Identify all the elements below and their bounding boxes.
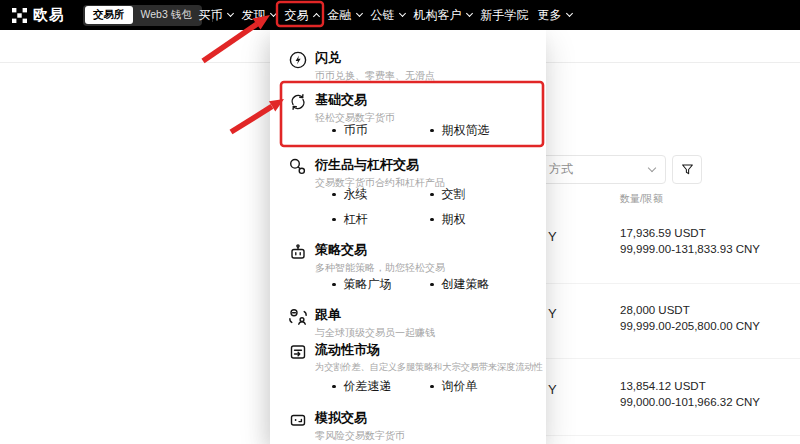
menu-item-futures[interactable]: 交割 xyxy=(430,186,466,203)
bullet-dot xyxy=(332,385,336,389)
column-header-amount-limit: 数量/限额 xyxy=(620,192,663,206)
menu-subtitle: 零风险交易数字货币 xyxy=(315,429,405,443)
menu-subtitle: 与全球顶级交易员一起赚钱 xyxy=(315,326,435,340)
row-currency-suffix: Y xyxy=(548,229,557,244)
nav-more[interactable]: 更多 xyxy=(533,0,576,30)
row-amount: 13,854.12 USDT xyxy=(620,380,706,392)
chevron-down-icon xyxy=(226,10,233,17)
bullet-dot xyxy=(430,129,434,133)
flash-swap-icon xyxy=(288,50,308,70)
menu-title: 基础交易 xyxy=(315,92,395,107)
liquidity-icon xyxy=(288,342,308,362)
menu-section-liquidity-market[interactable]: 流动性市场 为交割价差、自定义多腿策略和大宗交易带来深度流动性 xyxy=(288,342,542,374)
menu-item-margin[interactable]: 杠杆 xyxy=(332,211,368,228)
nav-institutional[interactable]: 机构客户 xyxy=(409,0,476,30)
menu-subtitle: 多种智能策略，助您轻松交易 xyxy=(315,261,445,275)
row-currency-suffix: Y xyxy=(548,382,557,397)
menu-section-copy-trading[interactable]: 跟单 与全球顶级交易员一起赚钱 xyxy=(288,307,435,340)
filter-button[interactable] xyxy=(672,155,702,184)
bullet-dot xyxy=(430,193,434,197)
bullet-dot xyxy=(430,385,434,389)
menu-title: 闪兑 xyxy=(315,50,435,65)
bullet-dot xyxy=(332,193,336,197)
payment-method-select[interactable]: 方式 xyxy=(536,155,666,184)
menu-item-spot[interactable]: 币币 xyxy=(332,122,368,139)
okx-screenshot: 欧易 交易所 Web3 钱包 买币 发现 交易 金融 公链 机构客户 新手学院 … xyxy=(0,0,800,444)
select-value: 方式 xyxy=(549,161,649,178)
menu-links-row: 永续 交割 xyxy=(270,186,546,200)
menu-item-easy-options[interactable]: 期权简选 xyxy=(430,122,490,139)
menu-section-flash-swap[interactable]: 闪兑 币币兑换、零费率、无滑点 xyxy=(288,50,435,83)
row-divider xyxy=(546,358,800,359)
bullet-dot xyxy=(332,218,336,222)
basic-trade-icon xyxy=(288,92,308,112)
menu-links-row: 策略广场 创建策略 xyxy=(270,276,546,290)
menu-title: 衍生品与杠杆交易 xyxy=(315,157,445,172)
nav-trade[interactable]: 交易 xyxy=(280,0,323,30)
menu-links-row: 杠杆 期权 xyxy=(270,211,546,225)
row-limit: 99,000.00-101,966.32 CNY xyxy=(620,396,760,408)
menu-title: 跟单 xyxy=(315,307,435,322)
derivatives-icon xyxy=(288,157,308,177)
copy-trading-icon xyxy=(288,307,308,327)
nav-buy-crypto[interactable]: 买币 xyxy=(194,0,237,30)
row-amount: 28,000 USDT xyxy=(620,304,690,316)
menu-title: 流动性市场 xyxy=(315,342,542,357)
row-divider xyxy=(546,283,800,284)
menu-item-spread-express[interactable]: 价差速递 xyxy=(332,378,392,395)
bullet-dot xyxy=(430,283,434,287)
chevron-down-icon xyxy=(648,164,656,172)
menu-links-row: 价差速递 询价单 xyxy=(270,378,546,392)
menu-item-perpetual[interactable]: 永续 xyxy=(332,186,368,203)
menu-item-options[interactable]: 期权 xyxy=(430,211,466,228)
toggle-web3-wallet[interactable]: Web3 钱包 xyxy=(133,6,200,24)
demo-trading-icon xyxy=(288,410,308,430)
okx-logo-icon xyxy=(12,8,27,23)
nav-discover[interactable]: 发现 xyxy=(237,0,280,30)
trade-dropdown-menu: 闪兑 币币兑换、零费率、无滑点 基础交易 轻松交易数字货币 币币 期权简选 xyxy=(270,30,546,444)
chevron-down-icon xyxy=(355,10,362,17)
row-amount: 17,936.59 USDT xyxy=(620,227,706,239)
chevron-down-icon xyxy=(398,10,405,17)
menu-title: 策略交易 xyxy=(315,242,445,257)
chevron-down-icon xyxy=(565,10,572,17)
row-limit: 99,999.00-131,833.93 CNY xyxy=(620,243,760,255)
row-limit: 99,999.00-205,800.00 CNY xyxy=(620,320,760,332)
row-currency-suffix: Y xyxy=(548,306,557,321)
nav-academy[interactable]: 新手学院 xyxy=(476,0,533,30)
menu-subtitle: 为交割价差、自定义多腿策略和大宗交易带来深度流动性 xyxy=(315,361,542,374)
menu-subtitle: 币币兑换、零费率、无滑点 xyxy=(315,69,435,83)
menu-title: 模拟交易 xyxy=(315,410,405,425)
menu-section-demo-trading[interactable]: 模拟交易 零风险交易数字货币 xyxy=(288,410,405,443)
menu-section-basic-trading[interactable]: 基础交易 轻松交易数字货币 xyxy=(288,92,395,125)
funnel-icon xyxy=(680,162,695,177)
okx-logo[interactable]: 欧易 xyxy=(12,6,65,25)
menu-item-create-strategy[interactable]: 创建策略 xyxy=(430,276,490,293)
menu-section-strategy-trading[interactable]: 策略交易 多种智能策略，助您轻松交易 xyxy=(288,242,445,275)
row-divider xyxy=(546,435,800,436)
exchange-wallet-toggle: 交易所 Web3 钱包 xyxy=(83,5,202,26)
bullet-dot xyxy=(430,218,434,222)
bullet-dot xyxy=(332,283,336,287)
top-nav-bar: 欧易 交易所 Web3 钱包 买币 发现 交易 金融 公链 机构客户 新手学院 … xyxy=(0,0,800,30)
chevron-down-icon xyxy=(269,10,276,17)
strategy-bot-icon xyxy=(288,242,308,262)
nav-chains[interactable]: 公链 xyxy=(366,0,409,30)
main-nav: 买币 发现 交易 金融 公链 机构客户 新手学院 更多 xyxy=(194,0,576,30)
toggle-exchange[interactable]: 交易所 xyxy=(85,6,133,24)
chevron-down-icon xyxy=(465,10,472,17)
bullet-dot xyxy=(332,129,336,133)
brand-name: 欧易 xyxy=(33,6,65,25)
menu-item-strategy-plaza[interactable]: 策略广场 xyxy=(332,276,392,293)
nav-finance[interactable]: 金融 xyxy=(323,0,366,30)
chevron-up-icon xyxy=(312,13,319,20)
menu-item-rfq[interactable]: 询价单 xyxy=(430,378,478,395)
menu-links-row: 币币 期权简选 xyxy=(270,122,546,136)
